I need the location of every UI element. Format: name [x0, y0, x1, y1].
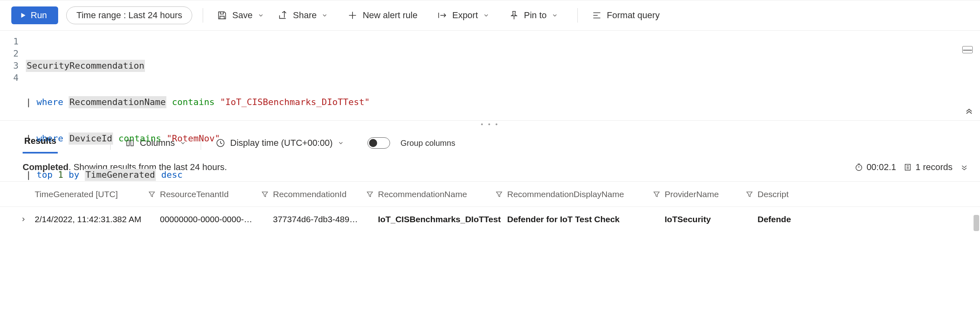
time-range-picker[interactable]: Time range : Last 24 hours — [66, 6, 192, 24]
scroll-to-top-icon[interactable] — [964, 107, 974, 118]
save-label: Save — [232, 10, 252, 21]
pin-to-label: Pin to — [524, 10, 547, 21]
chevron-down-icon — [483, 12, 489, 19]
column-header-description[interactable]: Descript — [758, 189, 810, 199]
cell-tenant: 00000000-0000-0000-… — [160, 215, 273, 224]
cell-value: Defender for IoT Test Check — [507, 215, 620, 224]
chevron-down-icon — [552, 12, 558, 19]
save-button[interactable]: Save — [214, 8, 267, 23]
token-column: TimeGenerated — [85, 169, 156, 181]
cell-recname: IoT_CISBenchmarks_DIoTTest — [378, 215, 507, 224]
toggle-knob — [369, 139, 377, 147]
filter-icon[interactable] — [261, 190, 269, 198]
vertical-scrollbar[interactable] — [974, 215, 979, 231]
filter-icon[interactable] — [653, 190, 661, 198]
table-header-row: TimeGenerated [UTC] ResourceTenantId Rec… — [0, 182, 980, 207]
cell-value: 377374d6-7db3-489… — [273, 215, 358, 224]
token-number: 1 — [58, 169, 63, 181]
chevron-right-icon — [20, 216, 27, 223]
column-header-label: TimeGenerated [UTC] — [35, 189, 118, 199]
results-table-wrap: TimeGenerated [UTC] ResourceTenantId Rec… — [0, 182, 980, 232]
cell-recid: 377374d6-7db3-489… — [273, 215, 378, 224]
cell-value: Defende — [758, 215, 791, 224]
cell-dispname: Defender for IoT Test Check — [507, 215, 665, 224]
column-header-label: ProviderName — [665, 189, 719, 199]
column-header-label: RecommendationName — [378, 189, 467, 199]
cell-description: Defende — [758, 215, 810, 224]
results-table: TimeGenerated [UTC] ResourceTenantId Rec… — [0, 182, 980, 232]
cell-provider: IoTSecurity — [665, 215, 758, 224]
query-editor-wrap: 1 2 3 4 SecurityRecommendation | where R… — [0, 31, 980, 120]
cell-value: IoTSecurity — [665, 215, 711, 224]
play-icon — [19, 12, 27, 19]
column-header-time[interactable]: TimeGenerated [UTC] — [35, 189, 160, 199]
filter-icon[interactable] — [745, 190, 753, 198]
token-keyword: where — [37, 96, 63, 108]
cell-time: 2/14/2022, 11:42:31.382 AM — [35, 215, 160, 224]
editor-gutter: 1 2 3 4 — [0, 36, 26, 120]
plus-icon — [347, 10, 358, 21]
token-operator: contains — [172, 96, 215, 108]
export-button[interactable]: Export — [434, 8, 493, 23]
editor-code[interactable]: SecurityRecommendation | where Recommend… — [26, 36, 980, 120]
column-header-recid[interactable]: RecommendationId — [273, 189, 378, 199]
share-label: Share — [293, 10, 317, 21]
new-alert-rule-button[interactable]: New alert rule — [344, 8, 421, 23]
column-header-label: ResourceTenantId — [160, 189, 229, 199]
time-range-label: Time range : — [76, 10, 126, 21]
cell-value: 2/14/2022, 11:42:31.382 AM — [35, 215, 141, 224]
format-icon — [592, 10, 602, 21]
token-string: "IoT_CISBenchmarks_DIoTTest" — [220, 96, 370, 108]
export-icon — [437, 10, 447, 21]
format-query-label: Format query — [607, 10, 660, 21]
token-table: SecurityRecommendation — [26, 60, 145, 72]
query-toolbar: Run Time range : Last 24 hours Save Shar… — [0, 0, 980, 31]
pin-icon — [509, 10, 519, 21]
filter-icon[interactable] — [366, 190, 374, 198]
column-header-provider[interactable]: ProviderName — [665, 189, 758, 199]
run-button-label: Run — [31, 10, 47, 21]
export-label: Export — [452, 10, 478, 21]
toolbar-separator — [203, 8, 203, 23]
filter-icon[interactable] — [495, 190, 503, 198]
share-icon — [278, 10, 288, 21]
row-expander[interactable] — [16, 216, 35, 223]
token-column: RecommendationName — [69, 96, 166, 108]
group-columns-toggle[interactable] — [367, 137, 390, 149]
table-row[interactable]: 2/14/2022, 11:42:31.382 AM 00000000-0000… — [0, 207, 980, 232]
share-button[interactable]: Share — [275, 8, 332, 23]
toolbar-separator — [577, 8, 578, 23]
token-keyword: where — [37, 133, 63, 145]
column-header-label: RecommendationDisplayName — [507, 189, 624, 199]
run-button[interactable]: Run — [11, 6, 58, 24]
cell-value: 00000000-0000-0000-… — [160, 215, 252, 224]
chevron-down-icon — [321, 12, 328, 19]
filter-icon[interactable] — [148, 190, 156, 198]
collapse-region-icon[interactable]: — — [962, 46, 973, 53]
token-keyword: desc — [161, 169, 183, 181]
line-number: 2 — [0, 48, 19, 60]
cell-value: IoT_CISBenchmarks_DIoTTest — [378, 215, 501, 224]
line-number: 3 — [0, 60, 19, 72]
token-keyword: by — [69, 169, 80, 181]
token-column: DeviceId — [69, 133, 113, 145]
pin-to-button[interactable]: Pin to — [506, 8, 561, 23]
query-editor[interactable]: 1 2 3 4 SecurityRecommendation | where R… — [0, 31, 980, 120]
column-header-recname[interactable]: RecommendationName — [378, 189, 507, 199]
line-number: 1 — [0, 36, 19, 48]
save-icon — [217, 10, 227, 21]
column-header-tenant[interactable]: ResourceTenantId — [160, 189, 273, 199]
column-header-label: Descript — [758, 189, 789, 199]
new-alert-rule-label: New alert rule — [363, 10, 418, 21]
format-query-button[interactable]: Format query — [588, 8, 663, 23]
column-header-dispname[interactable]: RecommendationDisplayName — [507, 189, 665, 199]
token-string: "RotemNov" — [166, 133, 220, 145]
line-number: 4 — [0, 72, 19, 84]
token-operator: contains — [118, 133, 161, 145]
token-keyword: top — [37, 169, 53, 181]
time-range-value: Last 24 hours — [128, 10, 182, 21]
chevron-down-icon — [258, 12, 264, 19]
column-header-label: RecommendationId — [273, 189, 346, 199]
